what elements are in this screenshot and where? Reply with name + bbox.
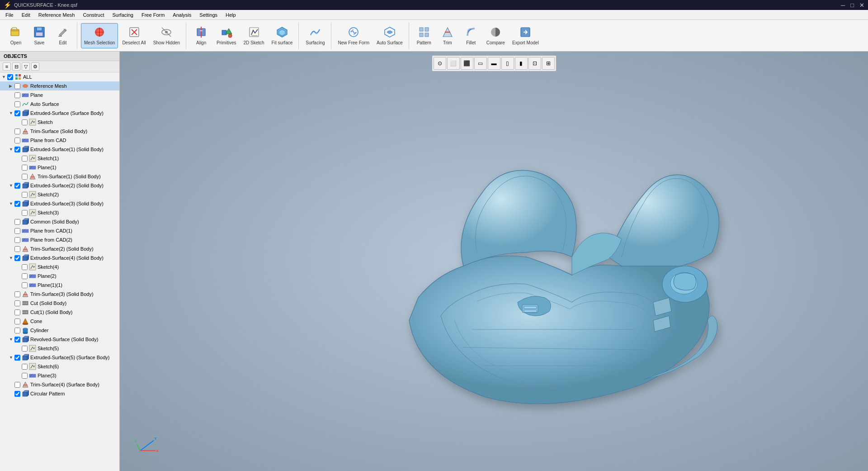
mesh-selection-button[interactable]: Mesh Selection	[81, 23, 118, 48]
tree-expand-extruded-surface4-sb[interactable]: ▼	[9, 256, 14, 260]
tree-item-extruded-surface5-sb[interactable]: ▼Extruded-Surface(5) (Surface Body)	[0, 353, 119, 362]
tree-check-sketch5[interactable]	[22, 346, 28, 352]
tree-check-sketch[interactable]	[22, 119, 28, 125]
tree-item-plane3[interactable]: ▶Plane(3)	[0, 371, 119, 380]
tree-check-revolved-surface-sb[interactable]	[14, 337, 20, 343]
view-right-btn[interactable]: ▮	[515, 57, 528, 70]
view-perspective-btn[interactable]: ⊞	[542, 57, 555, 70]
view-front-btn[interactable]: ▭	[474, 57, 487, 70]
tree-item-plane1-1[interactable]: ▶Plane(1)(1)	[0, 281, 119, 290]
minimize-button[interactable]: ─	[841, 2, 845, 9]
tree-item-cut-sb[interactable]: ▶Cut (Solid Body)	[0, 299, 119, 308]
tree-item-cone[interactable]: ▶Cone	[0, 317, 119, 326]
new-free-form-button[interactable]: New Free Form	[335, 23, 373, 48]
show-hidden-button[interactable]: Show Hidden	[150, 23, 183, 48]
tree-check-sketch1[interactable]	[22, 156, 28, 162]
tree-check-trim-surface-sb[interactable]	[14, 128, 20, 134]
tree-check-trim-surface3-sb[interactable]	[14, 291, 20, 297]
tree-item-cut1-sb[interactable]: ▶Cut(1) (Solid Body)	[0, 308, 119, 317]
fillet-button[interactable]: Fillet	[460, 23, 482, 48]
tree-check-ref-mesh[interactable]	[14, 83, 20, 89]
tree-item-plane[interactable]: ▶Plane	[0, 90, 119, 100]
menu-item-file[interactable]: File	[2, 11, 17, 19]
tree-item-extruded-surface4-sb[interactable]: ▼Extruded-Surface(4) (Solid Body)	[0, 253, 119, 262]
tree-check-extruded-surface-sb[interactable]	[14, 110, 20, 116]
tree-check-cylinder[interactable]	[14, 328, 20, 333]
tree-expand-extruded-surface2-sb[interactable]: ▼	[9, 183, 14, 188]
obj-toolbar-collapse[interactable]: ⊟	[12, 62, 20, 71]
tree-item-plane2[interactable]: ▶Plane(2)	[0, 271, 119, 281]
tree-item-trim-surface2-sb[interactable]: ▶Trim-Surface(2) (Solid Body)	[0, 244, 119, 253]
export-model-button[interactable]: Export Model	[509, 23, 542, 48]
tree-check-sketch3[interactable]	[22, 210, 28, 216]
tree-item-sketch4[interactable]: ▶Sketch(4)	[0, 262, 119, 271]
menu-item-edit[interactable]: Edit	[18, 11, 34, 19]
tree-item-extruded-surface1-sb[interactable]: ▼Extruded-Surface(1) (Solid Body)	[0, 145, 119, 154]
tree-item-cylinder[interactable]: ▶Cylinder	[0, 326, 119, 335]
tree-item-sketch1[interactable]: ▶Sketch(1)	[0, 154, 119, 163]
tree-item-sketch5[interactable]: ▶Sketch(5)	[0, 344, 119, 353]
tree-item-auto-surface[interactable]: ▶Auto Surface	[0, 100, 119, 109]
menu-item-reference-mesh[interactable]: Reference Mesh	[35, 11, 79, 19]
tree-item-trim-surface1-sb[interactable]: ▶Trim-Surface(1) (Solid Body)	[0, 172, 119, 181]
view-solid-btn[interactable]: ⬛	[461, 57, 473, 70]
fit-surface-button[interactable]: Fit surface	[269, 23, 296, 48]
tree-check-plane1[interactable]	[22, 165, 28, 171]
tree-item-trim-surface4-sb[interactable]: ▶Trim-Surface(4) (Surface Body)	[0, 380, 119, 389]
menu-item-settings[interactable]: Settings	[196, 11, 221, 19]
tree-expand-revolved-surface-sb[interactable]: ▼	[9, 337, 14, 342]
tree-check-plane1-1[interactable]	[22, 282, 28, 288]
titlebar-controls[interactable]: ─ □ ✕	[841, 2, 864, 9]
tree-check-auto-surface[interactable]	[14, 101, 20, 107]
tree-item-plane-cad2[interactable]: ▶Plane from CAD(2)	[0, 235, 119, 244]
open-button[interactable]: Open	[5, 23, 27, 48]
tree-item-plane1[interactable]: ▶Plane(1)	[0, 163, 119, 172]
tree-check-cut1-sb[interactable]	[14, 309, 20, 315]
tree-item-sketch[interactable]: ▶Sketch	[0, 118, 119, 127]
tree-item-common-sb[interactable]: ▶Common (Solid Body)	[0, 217, 119, 226]
tree-expand-extruded-surface5-sb[interactable]: ▼	[9, 355, 14, 360]
tree-item-extruded-surface-sb[interactable]: ▼Extruded-Surface (Surface Body)	[0, 109, 119, 118]
tree-check-extruded-surface3-sb[interactable]	[14, 201, 20, 207]
tree-check-cone[interactable]	[14, 319, 20, 324]
view-wireframe-btn[interactable]: ⬜	[447, 57, 460, 70]
viewport[interactable]: ⊙ ⬜ ⬛ ▭ ▬ ▯ ▮ ⊡ ⊞	[120, 52, 868, 471]
edit-button[interactable]: Edit	[52, 23, 74, 48]
menu-item-analysis[interactable]: Analysis	[169, 11, 195, 19]
tree-check-plane-cad1[interactable]	[14, 228, 20, 234]
tree-item-plane-cad1[interactable]: ▶Plane from CAD(1)	[0, 226, 119, 235]
tree-check-common-sb[interactable]	[14, 219, 20, 225]
tree-item-trim-surface-sb[interactable]: ▶Trim-Surface (Solid Body)	[0, 127, 119, 136]
tree-item-revolved-surface-sb[interactable]: ▼Revolved-Surface (Solid Body)	[0, 335, 119, 344]
tree-check-cut-sb[interactable]	[14, 300, 20, 306]
tree-check-trim-surface4-sb[interactable]	[14, 382, 20, 388]
sketch-2d-button[interactable]: 2D Sketch	[240, 23, 267, 48]
tree-check-all[interactable]	[7, 74, 13, 80]
tree-expand-ref-mesh[interactable]: ▶	[9, 84, 14, 88]
tree-check-plane-from-cad[interactable]	[14, 138, 20, 143]
surfacing-button[interactable]: Surfacing	[302, 23, 328, 48]
tree-item-extruded-surface3-sb[interactable]: ▼Extruded-Surface(3) (Solid Body)	[0, 199, 119, 208]
align-button[interactable]: Align	[190, 23, 212, 48]
tree-check-plane3[interactable]	[22, 373, 28, 379]
auto-surface-button[interactable]: Auto Surface	[373, 23, 406, 48]
save-button[interactable]: Save	[28, 23, 51, 48]
view-back-btn[interactable]: ▬	[488, 57, 500, 70]
tree-check-trim-surface2-sb[interactable]	[14, 246, 20, 252]
tree-expand-extruded-surface-sb[interactable]: ▼	[9, 111, 14, 115]
tree-item-extruded-surface2-sb[interactable]: ▼Extruded-Surface(2) (Solid Body)	[0, 181, 119, 190]
tree-item-all[interactable]: ▼ALL	[0, 72, 119, 81]
tree-item-circular-pattern[interactable]: ▶Circular Pattern	[0, 389, 119, 398]
obj-toolbar-filter[interactable]: ▽	[22, 62, 30, 71]
view-shaded-btn[interactable]: ⊙	[434, 57, 446, 70]
tree-check-plane2[interactable]	[22, 273, 28, 279]
tree-expand-extruded-surface3-sb[interactable]: ▼	[9, 201, 14, 206]
tree-item-ref-mesh[interactable]: ▶Reference Mesh	[0, 81, 119, 90]
tree-check-sketch4[interactable]	[22, 264, 28, 270]
tree-check-extruded-surface2-sb[interactable]	[14, 183, 20, 189]
menu-item-free-form[interactable]: Free Form	[138, 11, 168, 19]
tree-expand-extruded-surface1-sb[interactable]: ▼	[9, 147, 14, 152]
pattern-button[interactable]: Pattern	[413, 23, 435, 48]
tree-check-plane[interactable]	[14, 92, 20, 98]
primitives-button[interactable]: Primitives	[213, 23, 239, 48]
